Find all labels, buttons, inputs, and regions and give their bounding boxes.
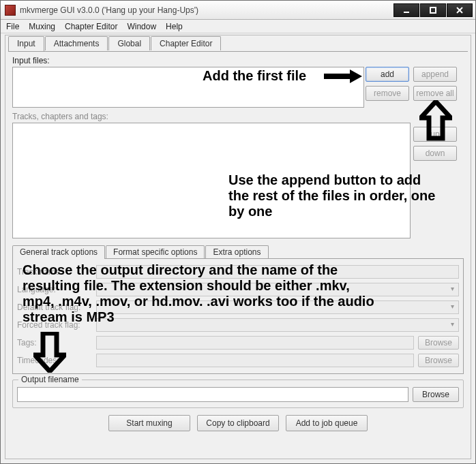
tracks-label: Tracks, chapters and tags: — [12, 112, 468, 121]
subtab-extra[interactable]: Extra options — [205, 245, 268, 258]
forced-flag-select[interactable] — [96, 318, 459, 332]
output-filename-input[interactable] — [17, 387, 408, 402]
track-options-tabstrip: General track options Format specific op… — [12, 245, 464, 258]
track-options-panel: Track name: Language: Default track flag… — [12, 258, 464, 374]
menu-file[interactable]: File — [6, 22, 19, 31]
menu-muxing[interactable]: Muxing — [29, 22, 55, 31]
track-name-label: Track name: — [17, 267, 92, 277]
language-label: Language: — [17, 285, 92, 294]
menubar: File Muxing Chapter Editor Window Help — [1, 20, 475, 33]
timecodes-input[interactable] — [96, 354, 414, 367]
output-filename-legend: Output filename — [18, 375, 82, 384]
minimize-button[interactable] — [393, 3, 419, 17]
action-buttons: Start muxing Copy to clipboard Add to jo… — [8, 415, 468, 431]
titlebar[interactable]: mkvmerge GUI v3.0.0 ('Hang up your Hang-… — [1, 1, 475, 20]
main-tabstrip: Input Attachments Global Chapter Editor — [5, 35, 471, 50]
subtab-format-specific[interactable]: Format specific options — [106, 245, 205, 258]
menu-help[interactable]: Help — [166, 22, 183, 31]
start-muxing-button[interactable]: Start muxing — [108, 415, 190, 431]
menu-chapter-editor[interactable]: Chapter Editor — [65, 22, 117, 31]
append-button[interactable]: append — [413, 67, 457, 82]
close-button[interactable] — [447, 3, 473, 17]
up-button[interactable]: up — [413, 127, 457, 142]
remove-button[interactable]: remove — [366, 86, 409, 101]
timecodes-browse-button[interactable]: Browse — [418, 354, 459, 367]
add-to-job-queue-button[interactable]: Add to job queue — [286, 415, 368, 431]
menu-window[interactable]: Window — [127, 22, 156, 31]
tracks-list[interactable] — [12, 123, 411, 238]
track-name-input[interactable] — [96, 265, 459, 279]
forced-flag-label: Forced track flag: — [17, 320, 92, 330]
client-area: Input Attachments Global Chapter Editor … — [5, 35, 471, 459]
input-files-label: Input files: — [12, 56, 468, 65]
remove-all-button[interactable]: remove all — [413, 86, 457, 101]
tab-body-input: Input files: add append remove remove al… — [8, 51, 468, 459]
default-flag-label: Default track flag: — [17, 303, 92, 312]
timecodes-label: Timecodes: — [17, 356, 92, 365]
tab-chapter-editor[interactable]: Chapter Editor — [151, 36, 221, 50]
default-flag-select[interactable] — [96, 300, 459, 314]
output-browse-button[interactable]: Browse — [413, 387, 459, 402]
input-files-list[interactable] — [12, 67, 364, 108]
app-icon — [5, 5, 16, 16]
tags-browse-button[interactable]: Browse — [418, 336, 459, 350]
subtab-general[interactable]: General track options — [12, 245, 105, 259]
tags-input[interactable] — [96, 336, 414, 350]
add-button[interactable]: add — [366, 67, 409, 82]
svg-rect-1 — [430, 7, 436, 13]
tab-global[interactable]: Global — [108, 36, 150, 50]
output-filename-group: Output filename Browse — [12, 380, 464, 408]
tab-input[interactable]: Input — [8, 36, 44, 51]
window-controls — [393, 3, 473, 17]
maximize-button[interactable] — [420, 3, 446, 17]
down-button[interactable]: down — [413, 146, 457, 161]
tags-label: Tags: — [17, 338, 92, 347]
tab-attachments[interactable]: Attachments — [45, 36, 108, 50]
app-window: mkvmerge GUI v3.0.0 ('Hang up your Hang-… — [0, 0, 476, 464]
copy-to-clipboard-button[interactable]: Copy to clipboard — [197, 415, 279, 431]
language-select[interactable] — [96, 283, 459, 296]
window-title: mkvmerge GUI v3.0.0 ('Hang up your Hang-… — [20, 5, 393, 15]
